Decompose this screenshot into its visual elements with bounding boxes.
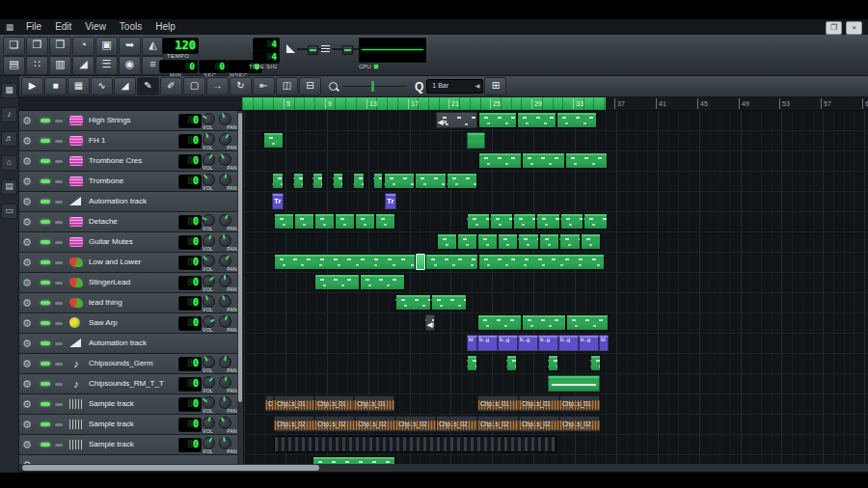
track-activity-display[interactable]: 80 (178, 256, 202, 270)
track-solo-led[interactable] (55, 403, 63, 406)
track-lane[interactable]: ◀× (244, 313, 868, 334)
track-lane[interactable] (244, 293, 868, 313)
track-mute-led[interactable] (41, 240, 50, 244)
track-activity-display[interactable]: 80 (178, 276, 202, 290)
quantize-arrow-icon[interactable]: ◀ (475, 80, 480, 92)
split-window-2-button[interactable]: ⊟ (299, 77, 321, 95)
pattern-segment[interactable]: Chp..s_01 (477, 395, 519, 412)
song-editor-button[interactable]: ▤ (3, 56, 25, 75)
track-name[interactable]: Chipsounds_RM_T_T (89, 374, 164, 393)
instruments-tab[interactable]: ▦ (1, 83, 17, 98)
track-mute-led[interactable] (41, 179, 50, 183)
pattern-segment[interactable] (490, 213, 513, 230)
fx-mixer-button[interactable]: ☰ (95, 56, 118, 75)
track-activity-display[interactable]: 80 (178, 418, 202, 432)
pattern-segment[interactable] (415, 173, 447, 189)
draw-mode-button[interactable]: ✎ (137, 77, 159, 95)
track-mute-led[interactable] (41, 362, 50, 366)
track-name[interactable]: Automation track (89, 334, 147, 353)
root-dir-tab[interactable]: ▤ (1, 179, 17, 195)
home-tab[interactable]: ⌂ (1, 155, 17, 171)
pattern-segment[interactable] (478, 254, 605, 270)
track-solo-led[interactable] (55, 322, 63, 325)
track-name[interactable]: FH 1 (89, 131, 105, 150)
track-solo-led[interactable] (55, 221, 63, 224)
pattern-segment[interactable] (353, 173, 365, 189)
menu-item-view[interactable]: View (78, 21, 113, 32)
split-window-button[interactable]: ◫ (276, 77, 298, 95)
pattern-segment[interactable]: Chp..s_01 (354, 395, 394, 412)
pattern-segment[interactable] (477, 233, 498, 250)
presets-tab[interactable]: ♬ (1, 131, 17, 147)
pattern-segment[interactable]: b..g (518, 335, 538, 351)
pattern-segment[interactable]: ◀× (436, 112, 477, 128)
track-activity-display[interactable]: 80 (178, 114, 202, 128)
pattern-segment[interactable] (522, 152, 565, 169)
track-solo-led[interactable] (55, 261, 63, 264)
track-mute-led[interactable] (41, 402, 50, 406)
track-mute-led[interactable] (41, 159, 50, 163)
track-solo-led[interactable] (55, 140, 63, 143)
slider-thumb[interactable] (371, 81, 374, 92)
export-project-button[interactable]: ➥ (119, 37, 141, 56)
track-lane[interactable] (244, 435, 868, 455)
horizontal-scrollbar[interactable] (19, 464, 868, 472)
quantize-select[interactable]: 1 Bar◀ (426, 79, 483, 94)
pattern-segment[interactable] (498, 233, 518, 250)
track-name[interactable]: Automation track (89, 192, 147, 211)
track-mute-led[interactable] (41, 119, 50, 122)
pattern-segment[interactable]: Chp..s_01 (314, 395, 354, 412)
track-name[interactable]: StingerLead (89, 273, 130, 292)
track-mute-led[interactable] (41, 341, 50, 345)
pattern-segment[interactable] (425, 254, 478, 270)
pattern-segment[interactable] (293, 173, 304, 189)
pattern-segment[interactable]: ◀× (425, 314, 435, 331)
pattern-segment[interactable] (360, 274, 405, 290)
pattern-segment[interactable] (478, 112, 517, 128)
track-gear-icon[interactable]: ⚙ (22, 256, 32, 269)
add-sample-track-button[interactable]: ∿ (91, 77, 113, 95)
menu-item-help[interactable]: Help (149, 21, 182, 32)
track-solo-led[interactable] (55, 383, 63, 386)
pattern-segment[interactable] (556, 112, 597, 128)
pattern-segment[interactable] (312, 173, 323, 189)
track-mute-led[interactable] (41, 260, 50, 264)
menu-item-file[interactable]: File (19, 21, 48, 32)
track-gear-icon[interactable]: ⚙ (22, 397, 32, 411)
add-bb-track-button[interactable]: ▦ (68, 77, 90, 95)
track-lane[interactable]: blb..gb..gb..gb..gb..gb..gbl (244, 334, 868, 354)
pattern-segment[interactable] (518, 233, 539, 250)
track-activity-display[interactable]: 80 (178, 235, 202, 250)
track-name[interactable]: lead thing (89, 293, 122, 312)
pattern-segment[interactable] (335, 213, 355, 230)
track-lane[interactable]: CChp..s_01Chp..s_01Chp..s_01Chp..s_01Chp… (244, 394, 868, 415)
pattern-segment[interactable] (548, 375, 600, 392)
pattern-segment[interactable] (566, 314, 609, 331)
pattern-segment[interactable] (375, 213, 395, 230)
samples-tab[interactable]: ♪ (1, 107, 17, 122)
edit-mode-button[interactable]: ✐ (160, 77, 182, 95)
pattern-segment[interactable]: Chp..s_01 (519, 395, 559, 412)
track-name[interactable]: Detache (89, 212, 118, 231)
track-name[interactable]: Trombone (89, 172, 123, 191)
pattern-segment[interactable] (431, 294, 467, 311)
track-activity-display[interactable]: 80 (178, 134, 202, 149)
master-pitch-slider[interactable] (332, 42, 361, 56)
pattern-segment[interactable] (373, 173, 383, 189)
track-mute-led[interactable] (41, 443, 50, 447)
pattern-segment[interactable] (478, 152, 522, 169)
pattern-segment[interactable]: b..g (538, 335, 558, 351)
track-name[interactable]: Sample track (89, 394, 134, 414)
vertical-scrollbar[interactable] (237, 111, 243, 466)
pattern-segment[interactable]: Chp..s_02 (355, 416, 395, 432)
stop-button[interactable]: ■ (44, 77, 67, 95)
pattern-segment[interactable]: Tr (385, 193, 396, 209)
track-lane[interactable] (244, 232, 868, 253)
track-solo-led[interactable] (55, 302, 63, 305)
pattern-segment[interactable]: Chp..s_02 (395, 416, 436, 432)
pattern-segment[interactable] (513, 213, 536, 230)
track-activity-display[interactable]: 80 (178, 377, 202, 392)
controller-rack-button[interactable]: ◉ (119, 56, 141, 75)
track-gear-icon[interactable]: ⚙ (22, 195, 32, 208)
loop-mode-button[interactable]: ↻ (230, 77, 252, 95)
